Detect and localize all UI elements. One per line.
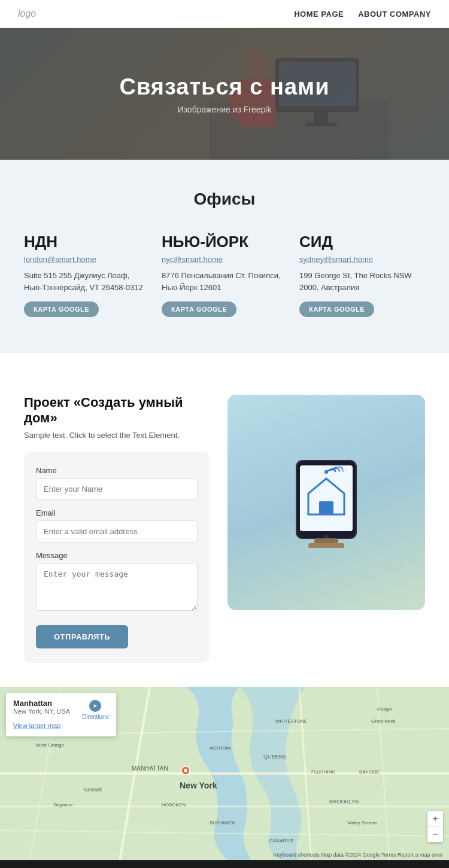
svg-text:Bayonne: Bayonne [54,802,73,808]
contact-section: Проект «Создать умный дом» Sample text. … [0,377,449,687]
office-city-nyc: НЬЮ-ЙОРК [162,233,287,251]
office-email-ndn[interactable]: london@smart.home [24,255,150,264]
logo: logo [18,8,36,19]
contact-left: Проект «Создать умный дом» Sample text. … [24,395,210,663]
office-email-sid[interactable]: sydney@smart.home [299,255,425,264]
nav-home[interactable]: HOME PAGE [294,10,344,19]
svg-text:CANARSIE: CANARSIE [269,838,294,843]
form-group-name: Name [36,466,198,500]
hero-section: Связаться с нами Изображение из Freepik [0,28,449,160]
office-city-ndn: НДН [24,233,150,251]
email-input[interactable] [36,520,198,543]
contact-description: Sample text. Click to select the Text El… [24,431,210,440]
footer: Sample text. Click to select the Text El… [0,860,449,868]
directions-label[interactable]: Directions [82,714,108,720]
office-address-ndn: Suite 515 255 Джулиус Лоаф, Нью-Тэннерса… [24,270,150,293]
map-credits: Keyboard shortcuts Map data ©2024 Google… [273,852,443,858]
offices-grid: НДН london@smart.home Suite 515 255 Джул… [24,233,425,317]
svg-text:Roslyn: Roslyn [377,706,392,712]
svg-text:Great Neck: Great Neck [371,718,396,724]
hero-content: Связаться с нами Изображение из Freepik [119,74,329,114]
map-state: New York, NY, USA [13,708,70,715]
svg-text:Valley Stream: Valley Stream [347,820,377,826]
contact-title: Проект «Создать умный дом» [24,395,210,426]
spacer [0,353,449,377]
svg-text:FLUSHING: FLUSHING [311,769,335,775]
map-zoom-controls: + − [427,811,443,842]
contact-form-card: Name Email Message ОТПРАВЛЯТЬ [24,452,210,663]
office-card-ndn: НДН london@smart.home Suite 515 255 Джул… [24,233,150,317]
svg-text:New York: New York [180,781,217,790]
hero-title: Связаться с нами [119,74,329,100]
navbar: logo HOME PAGE ABOUT COMPANY [0,0,449,28]
nav-about[interactable]: ABOUT COMPANY [358,10,431,19]
svg-text:BUSHWICK: BUSHWICK [210,820,236,826]
svg-rect-16 [308,543,344,548]
contact-right [227,395,425,610]
svg-text:QUEENS: QUEENS [263,754,286,760]
zoom-in-button[interactable]: + [427,811,443,827]
svg-text:Newark: Newark [84,787,102,793]
svg-point-45 [184,769,187,772]
svg-point-13 [324,470,328,474]
form-group-message: Message [36,551,198,613]
office-city-sid: СИД [299,233,425,251]
smart-home-svg [278,455,374,550]
directions-icon: ➤ [89,700,101,712]
svg-text:ASTORIA: ASTORIA [210,745,231,751]
hero-subtitle: Изображение из Freepik [119,105,329,114]
svg-text:WHITESTONE: WHITESTONE [275,718,307,724]
view-larger-map-link[interactable]: View larger map [13,722,60,729]
office-card-sid: СИД sydney@smart.home 199 George St, The… [299,233,425,317]
email-label: Email [36,508,198,517]
map-button-ndn[interactable]: КАРТА GOOGLE [24,301,99,317]
map-section[interactable]: New York MANHATTAN QUEENS BROOKLYN Newar… [0,687,449,860]
svg-text:HOBOKEN: HOBOKEN [162,802,186,808]
message-label: Message [36,551,198,560]
name-label: Name [36,466,198,475]
message-textarea[interactable] [36,563,198,611]
svg-text:BAYSIDE: BAYSIDE [359,769,380,775]
office-email-nyc[interactable]: nyc@smart.home [162,255,287,264]
office-address-nyc: 8776 Пенсильвания Ст. Покипси, Нью-Йорк … [162,270,287,293]
submit-button[interactable]: ОТПРАВЛЯТЬ [36,625,128,648]
nav-links: HOME PAGE ABOUT COMPANY [294,10,431,19]
office-card-nyc: НЬЮ-ЙОРК nyc@smart.home 8776 Пенсильвани… [162,233,287,317]
svg-text:BROOKLYN: BROOKLYN [329,799,359,805]
zoom-out-button[interactable]: − [427,827,443,842]
form-group-email: Email [36,508,198,543]
offices-section: Офисы НДН london@smart.home Suite 515 25… [0,160,449,353]
map-city: Manhattan [13,699,70,708]
svg-text:West Orange: West Orange [36,742,65,748]
svg-rect-12 [319,501,333,514]
smart-home-image [227,395,425,610]
map-button-sid[interactable]: КАРТА GOOGLE [299,301,374,317]
map-popup: Manhattan New York, NY, USA View larger … [6,693,116,736]
office-address-sid: 199 George St, The Rocks NSW 2000, Австр… [299,270,425,293]
name-input[interactable] [36,478,198,500]
map-button-nyc[interactable]: КАРТА GOOGLE [162,301,236,317]
offices-title: Офисы [24,190,425,209]
svg-text:MANHATTAN: MANHATTAN [132,765,168,772]
